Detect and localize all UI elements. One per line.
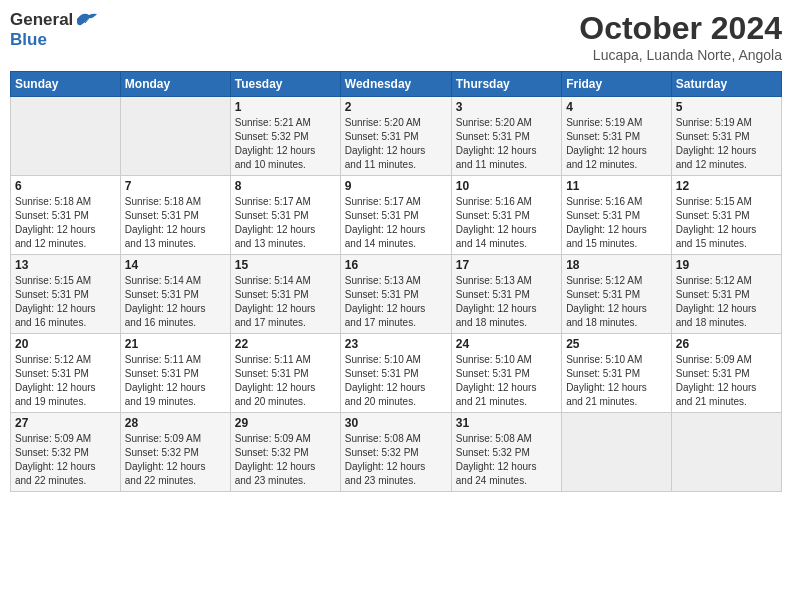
day-number: 16 — [345, 258, 447, 272]
day-info: Sunrise: 5:20 AMSunset: 5:31 PMDaylight:… — [345, 116, 447, 172]
table-row: 16Sunrise: 5:13 AMSunset: 5:31 PMDayligh… — [340, 255, 451, 334]
table-row: 19Sunrise: 5:12 AMSunset: 5:31 PMDayligh… — [671, 255, 781, 334]
day-info: Sunrise: 5:12 AMSunset: 5:31 PMDaylight:… — [15, 353, 116, 409]
day-number: 22 — [235, 337, 336, 351]
calendar-week-row: 27Sunrise: 5:09 AMSunset: 5:32 PMDayligh… — [11, 413, 782, 492]
day-number: 28 — [125, 416, 226, 430]
day-info: Sunrise: 5:20 AMSunset: 5:31 PMDaylight:… — [456, 116, 557, 172]
table-row: 5Sunrise: 5:19 AMSunset: 5:31 PMDaylight… — [671, 97, 781, 176]
calendar-table: Sunday Monday Tuesday Wednesday Thursday… — [10, 71, 782, 492]
month-title: October 2024 — [579, 10, 782, 47]
table-row: 22Sunrise: 5:11 AMSunset: 5:31 PMDayligh… — [230, 334, 340, 413]
col-monday: Monday — [120, 72, 230, 97]
day-number: 21 — [125, 337, 226, 351]
day-info: Sunrise: 5:18 AMSunset: 5:31 PMDaylight:… — [125, 195, 226, 251]
location-title: Lucapa, Luanda Norte, Angola — [579, 47, 782, 63]
table-row: 28Sunrise: 5:09 AMSunset: 5:32 PMDayligh… — [120, 413, 230, 492]
day-number: 27 — [15, 416, 116, 430]
calendar-week-row: 1Sunrise: 5:21 AMSunset: 5:32 PMDaylight… — [11, 97, 782, 176]
day-number: 3 — [456, 100, 557, 114]
day-info: Sunrise: 5:17 AMSunset: 5:31 PMDaylight:… — [235, 195, 336, 251]
table-row: 26Sunrise: 5:09 AMSunset: 5:31 PMDayligh… — [671, 334, 781, 413]
logo-bird-icon — [75, 11, 97, 29]
calendar-week-row: 6Sunrise: 5:18 AMSunset: 5:31 PMDaylight… — [11, 176, 782, 255]
calendar-week-row: 20Sunrise: 5:12 AMSunset: 5:31 PMDayligh… — [11, 334, 782, 413]
day-info: Sunrise: 5:18 AMSunset: 5:31 PMDaylight:… — [15, 195, 116, 251]
day-info: Sunrise: 5:10 AMSunset: 5:31 PMDaylight:… — [566, 353, 667, 409]
day-number: 6 — [15, 179, 116, 193]
day-number: 13 — [15, 258, 116, 272]
day-info: Sunrise: 5:08 AMSunset: 5:32 PMDaylight:… — [456, 432, 557, 488]
day-info: Sunrise: 5:19 AMSunset: 5:31 PMDaylight:… — [676, 116, 777, 172]
day-info: Sunrise: 5:09 AMSunset: 5:31 PMDaylight:… — [676, 353, 777, 409]
table-row: 23Sunrise: 5:10 AMSunset: 5:31 PMDayligh… — [340, 334, 451, 413]
calendar-header-row: Sunday Monday Tuesday Wednesday Thursday… — [11, 72, 782, 97]
day-number: 5 — [676, 100, 777, 114]
day-info: Sunrise: 5:13 AMSunset: 5:31 PMDaylight:… — [456, 274, 557, 330]
day-number: 23 — [345, 337, 447, 351]
calendar-week-row: 13Sunrise: 5:15 AMSunset: 5:31 PMDayligh… — [11, 255, 782, 334]
table-row: 3Sunrise: 5:20 AMSunset: 5:31 PMDaylight… — [451, 97, 561, 176]
day-number: 15 — [235, 258, 336, 272]
day-number: 20 — [15, 337, 116, 351]
table-row: 15Sunrise: 5:14 AMSunset: 5:31 PMDayligh… — [230, 255, 340, 334]
day-number: 18 — [566, 258, 667, 272]
day-number: 26 — [676, 337, 777, 351]
day-number: 10 — [456, 179, 557, 193]
logo-general-text: General — [10, 10, 73, 30]
table-row: 31Sunrise: 5:08 AMSunset: 5:32 PMDayligh… — [451, 413, 561, 492]
table-row: 6Sunrise: 5:18 AMSunset: 5:31 PMDaylight… — [11, 176, 121, 255]
table-row: 8Sunrise: 5:17 AMSunset: 5:31 PMDaylight… — [230, 176, 340, 255]
day-info: Sunrise: 5:10 AMSunset: 5:31 PMDaylight:… — [456, 353, 557, 409]
table-row: 13Sunrise: 5:15 AMSunset: 5:31 PMDayligh… — [11, 255, 121, 334]
day-number: 14 — [125, 258, 226, 272]
table-row: 4Sunrise: 5:19 AMSunset: 5:31 PMDaylight… — [562, 97, 672, 176]
table-row: 20Sunrise: 5:12 AMSunset: 5:31 PMDayligh… — [11, 334, 121, 413]
table-row: 7Sunrise: 5:18 AMSunset: 5:31 PMDaylight… — [120, 176, 230, 255]
col-saturday: Saturday — [671, 72, 781, 97]
day-number: 2 — [345, 100, 447, 114]
day-info: Sunrise: 5:15 AMSunset: 5:31 PMDaylight:… — [15, 274, 116, 330]
day-number: 12 — [676, 179, 777, 193]
title-area: October 2024 Lucapa, Luanda Norte, Angol… — [579, 10, 782, 63]
table-row: 17Sunrise: 5:13 AMSunset: 5:31 PMDayligh… — [451, 255, 561, 334]
table-row: 25Sunrise: 5:10 AMSunset: 5:31 PMDayligh… — [562, 334, 672, 413]
day-info: Sunrise: 5:17 AMSunset: 5:31 PMDaylight:… — [345, 195, 447, 251]
table-row: 18Sunrise: 5:12 AMSunset: 5:31 PMDayligh… — [562, 255, 672, 334]
day-info: Sunrise: 5:11 AMSunset: 5:31 PMDaylight:… — [235, 353, 336, 409]
day-number: 11 — [566, 179, 667, 193]
day-number: 19 — [676, 258, 777, 272]
page-header: General Blue October 2024 Lucapa, Luanda… — [10, 10, 782, 63]
day-info: Sunrise: 5:08 AMSunset: 5:32 PMDaylight:… — [345, 432, 447, 488]
day-info: Sunrise: 5:21 AMSunset: 5:32 PMDaylight:… — [235, 116, 336, 172]
table-row: 10Sunrise: 5:16 AMSunset: 5:31 PMDayligh… — [451, 176, 561, 255]
day-info: Sunrise: 5:16 AMSunset: 5:31 PMDaylight:… — [456, 195, 557, 251]
day-number: 24 — [456, 337, 557, 351]
day-number: 30 — [345, 416, 447, 430]
table-row — [671, 413, 781, 492]
table-row: 30Sunrise: 5:08 AMSunset: 5:32 PMDayligh… — [340, 413, 451, 492]
day-number: 29 — [235, 416, 336, 430]
day-number: 7 — [125, 179, 226, 193]
logo: General Blue — [10, 10, 97, 50]
table-row — [11, 97, 121, 176]
table-row: 29Sunrise: 5:09 AMSunset: 5:32 PMDayligh… — [230, 413, 340, 492]
day-info: Sunrise: 5:09 AMSunset: 5:32 PMDaylight:… — [15, 432, 116, 488]
day-info: Sunrise: 5:12 AMSunset: 5:31 PMDaylight:… — [566, 274, 667, 330]
day-info: Sunrise: 5:10 AMSunset: 5:31 PMDaylight:… — [345, 353, 447, 409]
day-info: Sunrise: 5:14 AMSunset: 5:31 PMDaylight:… — [235, 274, 336, 330]
day-info: Sunrise: 5:19 AMSunset: 5:31 PMDaylight:… — [566, 116, 667, 172]
day-number: 31 — [456, 416, 557, 430]
col-friday: Friday — [562, 72, 672, 97]
table-row: 24Sunrise: 5:10 AMSunset: 5:31 PMDayligh… — [451, 334, 561, 413]
day-number: 9 — [345, 179, 447, 193]
day-info: Sunrise: 5:16 AMSunset: 5:31 PMDaylight:… — [566, 195, 667, 251]
table-row: 12Sunrise: 5:15 AMSunset: 5:31 PMDayligh… — [671, 176, 781, 255]
col-wednesday: Wednesday — [340, 72, 451, 97]
logo-blue-text: Blue — [10, 30, 47, 49]
day-number: 4 — [566, 100, 667, 114]
day-number: 17 — [456, 258, 557, 272]
day-info: Sunrise: 5:11 AMSunset: 5:31 PMDaylight:… — [125, 353, 226, 409]
table-row — [120, 97, 230, 176]
col-tuesday: Tuesday — [230, 72, 340, 97]
